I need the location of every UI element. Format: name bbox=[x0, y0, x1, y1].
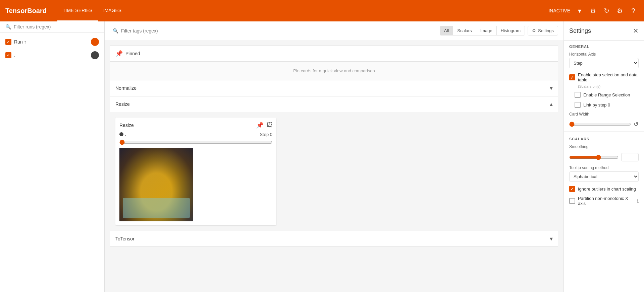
topnav-right: INACTIVE ▾ ⚙ ↻ ⚙ ? bbox=[548, 5, 639, 16]
smoothing-slider-row: 0.6 bbox=[564, 151, 644, 163]
run-dot bbox=[119, 132, 123, 136]
run-label-1: . bbox=[14, 53, 88, 58]
partition-checkbox[interactable] bbox=[569, 198, 575, 204]
general-section-title: GENERAL bbox=[564, 41, 644, 50]
scalars-section-title: SCALARS bbox=[564, 133, 644, 142]
image-card-title: Resize bbox=[119, 123, 256, 128]
pinned-empty: Pin cards for a quick view and compariso… bbox=[110, 62, 558, 80]
view-btn-image[interactable]: Image bbox=[476, 26, 497, 35]
image-card-meta: . Step 0 bbox=[119, 132, 272, 137]
image-card-icons: 📌 🖼 bbox=[256, 122, 272, 129]
resize-chevron[interactable]: ▴ bbox=[550, 100, 553, 108]
tooltip-sort-row: Tooltip sorting method Alphabetical Asce… bbox=[564, 163, 644, 184]
nav-images[interactable]: IMAGES bbox=[98, 0, 127, 21]
enable-step-row[interactable]: ✓ Enable step selection and data table bbox=[564, 70, 644, 84]
horizontal-axis-select[interactable]: Step Relative Wall bbox=[569, 58, 639, 68]
image-card-step: Step 0 bbox=[260, 132, 272, 137]
run-color-1[interactable] bbox=[91, 51, 99, 59]
image-card: Resize 📌 🖼 . Step 0 bbox=[115, 118, 276, 225]
enable-step-label: Enable step selection and data table bbox=[578, 72, 639, 82]
totensor-chevron[interactable]: ▾ bbox=[550, 235, 553, 242]
smoothing-slider[interactable] bbox=[569, 155, 619, 160]
main-layout: 🔍 ✓ Run ↑ ✓ . 🔍 All Sca bbox=[0, 21, 644, 292]
brand-logo: TensorBoard bbox=[5, 7, 47, 15]
filter-search-icon: 🔍 bbox=[113, 28, 118, 33]
link-by-step-label: Link by step 0 bbox=[583, 102, 610, 107]
settings-panel: Settings ✕ GENERAL Horizontal Axis Step … bbox=[564, 21, 644, 292]
run-checkbox-1[interactable]: ✓ bbox=[5, 52, 11, 58]
main-content: 📌 Pinned Pin cards for a quick view and … bbox=[105, 40, 564, 292]
expand-card-icon[interactable]: 🖼 bbox=[266, 122, 272, 129]
card-width-row: Card Width bbox=[564, 110, 644, 119]
run-name: . bbox=[125, 132, 126, 137]
view-btn-histogram[interactable]: Histogram bbox=[497, 26, 525, 35]
smoothing-row: Smoothing bbox=[564, 142, 644, 151]
pinned-title: Pinned bbox=[125, 51, 553, 56]
settings-icon[interactable]: ⚙ bbox=[614, 5, 625, 16]
link-by-step-row[interactable]: Link by step 0 bbox=[564, 100, 644, 110]
smoothing-label: Smoothing bbox=[569, 144, 639, 149]
nav-time-series[interactable]: TIME SERIES bbox=[57, 0, 98, 21]
view-btn-scalars[interactable]: Scalars bbox=[453, 26, 476, 35]
totensor-section-header[interactable]: ToTensor ▾ bbox=[110, 231, 558, 247]
enable-range-checkbox[interactable] bbox=[575, 92, 581, 98]
image-card-run: . bbox=[119, 132, 126, 137]
card-width-label: Card Width bbox=[569, 112, 639, 117]
dropdown-icon[interactable]: ▾ bbox=[574, 5, 585, 16]
settings-button[interactable]: ⚙ Settings bbox=[528, 26, 558, 35]
sidebar: 🔍 ✓ Run ↑ ✓ . bbox=[0, 21, 105, 292]
pin-icon: 📌 bbox=[115, 50, 123, 57]
settings-panel-title: Settings bbox=[569, 27, 591, 34]
search-icon: 🔍 bbox=[5, 24, 11, 29]
normalize-chevron[interactable]: ▾ bbox=[550, 84, 553, 92]
ignore-outliers-checkbox[interactable]: ✓ bbox=[569, 186, 575, 192]
runs-filter-input[interactable] bbox=[14, 24, 99, 29]
content-toolbar: 🔍 All Scalars Image Histogram ⚙ Settings bbox=[105, 21, 564, 40]
enable-range-label: Enable Range Selection bbox=[583, 92, 630, 97]
normalize-section-header[interactable]: Normalize ▾ bbox=[110, 80, 558, 96]
link-by-step-checkbox[interactable] bbox=[575, 102, 581, 108]
status-badge: INACTIVE bbox=[548, 8, 570, 13]
ignore-outliers-label: Ignore outliers in chart scaling bbox=[578, 187, 636, 192]
resize-title: Resize bbox=[115, 101, 550, 107]
horizontal-axis-row: Horizontal Axis Step Relative Wall bbox=[564, 50, 644, 70]
enable-range-row[interactable]: Enable Range Selection bbox=[564, 90, 644, 100]
run-item[interactable]: ✓ Run ↑ bbox=[0, 35, 104, 49]
smoothing-value-input[interactable]: 0.6 bbox=[621, 153, 639, 161]
tags-filter-input[interactable] bbox=[121, 28, 434, 33]
enable-step-checkbox[interactable]: ✓ bbox=[569, 74, 575, 80]
card-width-reset[interactable]: ↺ bbox=[634, 121, 639, 128]
divider-1 bbox=[564, 131, 644, 132]
pinned-section-header[interactable]: 📌 Pinned bbox=[110, 46, 558, 62]
card-width-slider[interactable] bbox=[569, 122, 631, 127]
totensor-section: ToTensor ▾ bbox=[110, 231, 558, 247]
partition-row[interactable]: Partition non-monotonic X axis ℹ bbox=[564, 194, 644, 208]
view-btn-all[interactable]: All bbox=[440, 26, 453, 35]
settings-panel-header: Settings ✕ bbox=[564, 21, 644, 41]
nav-links: TIME SERIES IMAGES bbox=[57, 0, 548, 21]
resize-section-header[interactable]: Resize ▴ bbox=[110, 96, 558, 112]
ignore-outliers-row[interactable]: ✓ Ignore outliers in chart scaling bbox=[564, 184, 644, 194]
card-width-slider-row: ↺ bbox=[564, 119, 644, 130]
help-icon[interactable]: ? bbox=[628, 5, 639, 16]
partition-label: Partition non-monotonic X axis bbox=[578, 196, 633, 206]
partition-help-icon[interactable]: ℹ bbox=[637, 198, 639, 204]
resize-cards-area: Resize 📌 🖼 . Step 0 bbox=[110, 112, 558, 231]
step-slider[interactable] bbox=[119, 140, 272, 145]
run-checkbox-0[interactable]: ✓ bbox=[5, 39, 11, 45]
view-buttons-group: All Scalars Image Histogram bbox=[440, 26, 525, 35]
theme-icon[interactable]: ⚙ bbox=[588, 5, 598, 16]
scalars-only-text: (Scalars only) bbox=[564, 84, 644, 90]
image-card-header: Resize 📌 🖼 bbox=[119, 122, 272, 129]
normalize-title: Normalize bbox=[115, 85, 550, 91]
run-item-1[interactable]: ✓ . bbox=[0, 49, 104, 62]
tooltip-sort-select[interactable]: Alphabetical Ascending Descending None bbox=[569, 171, 639, 182]
settings-close-button[interactable]: ✕ bbox=[633, 27, 639, 35]
content-area: 🔍 All Scalars Image Histogram ⚙ Settings… bbox=[105, 21, 564, 292]
tooltip-sort-label: Tooltip sorting method bbox=[569, 165, 639, 170]
settings-button-label: Settings bbox=[538, 28, 554, 33]
pin-card-icon[interactable]: 📌 bbox=[256, 122, 264, 129]
horizontal-axis-label: Horizontal Axis bbox=[569, 52, 639, 57]
refresh-icon[interactable]: ↻ bbox=[601, 5, 612, 16]
run-color-0[interactable] bbox=[91, 38, 99, 46]
